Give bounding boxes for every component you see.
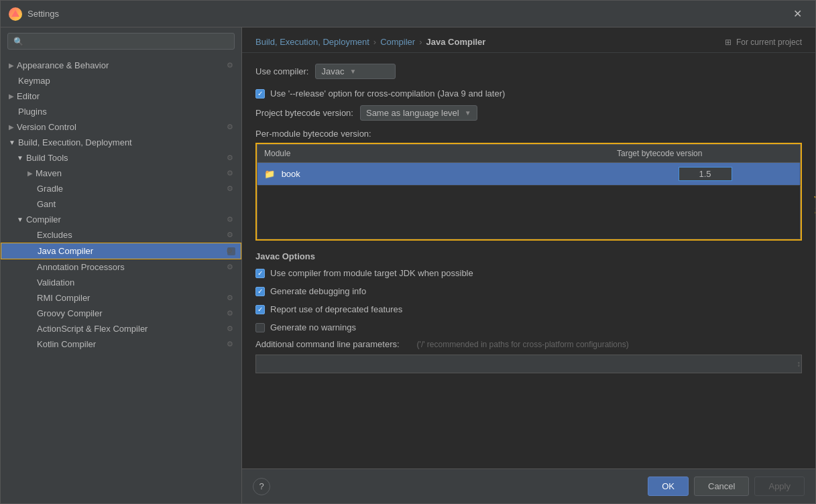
sidebar-item-label: Kotlin Compiler (27, 339, 224, 349)
help-button[interactable]: ? (253, 478, 270, 495)
option-report-deprecated: ✓ Report use of deprecated features (255, 303, 802, 316)
sidebar-item-label: Version Control (17, 122, 224, 132)
bytecode-value: Same as language level (366, 108, 459, 118)
sidebar-item-maven[interactable]: ▶ Maven ⚙ (1, 166, 241, 181)
table-row[interactable]: 📁 book (257, 163, 801, 186)
use-compiler-label: Use compiler: (255, 66, 308, 76)
sidebar-item-label: Keymap (9, 76, 233, 86)
sidebar-item-label: Annotation Processors (27, 262, 224, 272)
option-label-2: Generate debugging info (270, 286, 366, 296)
option-checkbox-1[interactable]: ✓ (255, 269, 265, 278)
search-input[interactable] (27, 36, 229, 46)
sidebar-item-compiler[interactable]: ▼ Compiler ⚙ (1, 212, 241, 227)
option-label-1: Use compiler from module target JDK when… (270, 268, 473, 278)
settings-icon: ⚙ (227, 184, 233, 193)
main-content: 🔍 ▶ Appearance & Behavior ⚙ Keymap ▶ Edi… (1, 27, 815, 503)
sidebar-item-build-exec[interactable]: ▼ Build, Execution, Deployment (1, 135, 241, 150)
sidebar-item-validation[interactable]: Validation (1, 275, 241, 290)
sidebar-item-appearance[interactable]: ▶ Appearance & Behavior ⚙ (1, 58, 241, 73)
close-button[interactable]: ✕ (788, 5, 807, 23)
sidebar-item-kotlin[interactable]: Kotlin Compiler ⚙ (1, 336, 241, 352)
sidebar-item-label: Maven (36, 168, 224, 178)
module-table-wrapper: Module Target bytecode version 📁 book (255, 143, 802, 241)
sidebar-item-gradle[interactable]: Gradle ⚙ (1, 181, 241, 196)
sidebar-item-label: Editor (17, 91, 233, 101)
sidebar-item-build-tools[interactable]: ▼ Build Tools ⚙ (1, 150, 241, 166)
settings-icon: ⚙ (227, 215, 233, 224)
sidebar-item-java-compiler[interactable]: Java Compiler ⚙ (1, 243, 241, 259)
breadcrumb-sep1: › (373, 37, 376, 47)
main-panel: Build, Execution, Deployment › Compiler … (242, 27, 815, 503)
sidebar-item-label: Java Compiler (28, 246, 223, 256)
per-module-label: Per-module bytecode version: (255, 129, 795, 139)
option-checkbox-3[interactable]: ✓ (255, 305, 265, 314)
settings-icon: ⚙ (227, 263, 233, 271)
expand-arrow: ▼ (17, 216, 23, 223)
sidebar-item-label: RMI Compiler (27, 293, 224, 303)
bytecode-version-label: Project bytecode version: (255, 108, 353, 118)
additional-params-section: Additional command line parameters: ('/'… (255, 339, 802, 373)
params-input[interactable] (255, 355, 802, 373)
arrow-head (814, 196, 815, 202)
sidebar-item-editor[interactable]: ▶ Editor (1, 88, 241, 104)
module-name: book (282, 169, 300, 179)
target-input[interactable] (679, 167, 732, 181)
bottom-bar: ? OK Cancel Apply (242, 468, 815, 503)
cancel-button[interactable]: Cancel (694, 477, 749, 496)
option-checkbox-2[interactable]: ✓ (255, 287, 265, 296)
apply-button[interactable]: Apply (754, 477, 805, 496)
expand-arrow: ▶ (9, 123, 14, 131)
bytecode-dropdown[interactable]: Same as language level ▼ (360, 105, 477, 121)
search-box[interactable]: 🔍 (7, 33, 235, 50)
empty-row (257, 186, 801, 239)
option-label-4: Generate no warnings (270, 322, 356, 332)
javac-options-section: Javac Options ✓ Use compiler from module… (255, 251, 802, 373)
option-no-warnings: Generate no warnings (255, 321, 802, 334)
option-generate-debug: ✓ Generate debugging info (255, 285, 802, 298)
settings-icon: ⚙ (227, 294, 233, 302)
sidebar-item-annotation[interactable]: Annotation Processors ⚙ (1, 259, 241, 275)
settings-panel: Use compiler: Javac ▼ ✓ Use '--release' … (242, 53, 815, 468)
expand-arrow: ▶ (27, 170, 33, 177)
settings-icon: ⚙ (227, 153, 233, 162)
expand-arrow: ▶ (9, 62, 14, 69)
annotation-number: 8 (815, 204, 815, 218)
settings-icon: ⚙ (226, 247, 233, 255)
sidebar-item-label: Build, Execution, Deployment (18, 137, 233, 147)
breadcrumb-part2[interactable]: Compiler (380, 37, 415, 47)
app-icon (9, 7, 22, 21)
scroll-icon: ↕ (797, 359, 801, 369)
sidebar-item-label: Compiler (26, 214, 224, 225)
breadcrumb-project: ⊞ For current project (725, 38, 802, 47)
option-checkbox-4[interactable] (255, 323, 265, 332)
option-use-compiler: ✓ Use compiler from module target JDK wh… (255, 267, 802, 279)
params-input-wrap: ↕ (255, 355, 802, 373)
use-compiler-row: Use compiler: Javac ▼ (255, 64, 802, 79)
sidebar-item-label: Appearance & Behavior (17, 60, 224, 70)
sidebar-item-excludes[interactable]: Excludes ⚙ (1, 227, 241, 243)
sidebar-item-gant[interactable]: Gant (1, 196, 241, 212)
ok-button[interactable]: OK (648, 477, 689, 496)
project-label: For current project (736, 38, 802, 47)
expand-arrow: ▼ (17, 154, 23, 162)
breadcrumb-part1[interactable]: Build, Execution, Deployment (255, 37, 369, 47)
per-module-section: Per-module bytecode version: Module Targ… (255, 129, 802, 241)
breadcrumb-current: Java Compiler (426, 37, 486, 47)
settings-icon: ⚙ (227, 231, 233, 239)
sidebar-item-version-control[interactable]: ▶ Version Control ⚙ (1, 119, 241, 135)
sidebar-item-actionscript[interactable]: ActionScript & Flex Compiler ⚙ (1, 321, 241, 336)
svg-marker-0 (11, 10, 19, 17)
cross-compilation-checkbox[interactable]: ✓ (255, 89, 265, 99)
breadcrumb: Build, Execution, Deployment › Compiler … (242, 27, 815, 53)
expand-arrow: ▶ (9, 92, 14, 100)
additional-params-label: Additional command line parameters: (255, 339, 400, 349)
sidebar-item-plugins[interactable]: Plugins (1, 104, 241, 119)
settings-icon: ⚙ (227, 61, 233, 70)
javac-options-title: Javac Options (255, 251, 802, 261)
dropdown-arrow: ▼ (465, 109, 471, 117)
sidebar-item-keymap[interactable]: Keymap (1, 73, 241, 88)
sidebar-item-groovy[interactable]: Groovy Compiler ⚙ (1, 306, 241, 321)
sidebar-item-rmi[interactable]: RMI Compiler ⚙ (1, 290, 241, 306)
breadcrumb-sep2: › (419, 37, 422, 47)
compiler-dropdown[interactable]: Javac ▼ (315, 64, 396, 79)
